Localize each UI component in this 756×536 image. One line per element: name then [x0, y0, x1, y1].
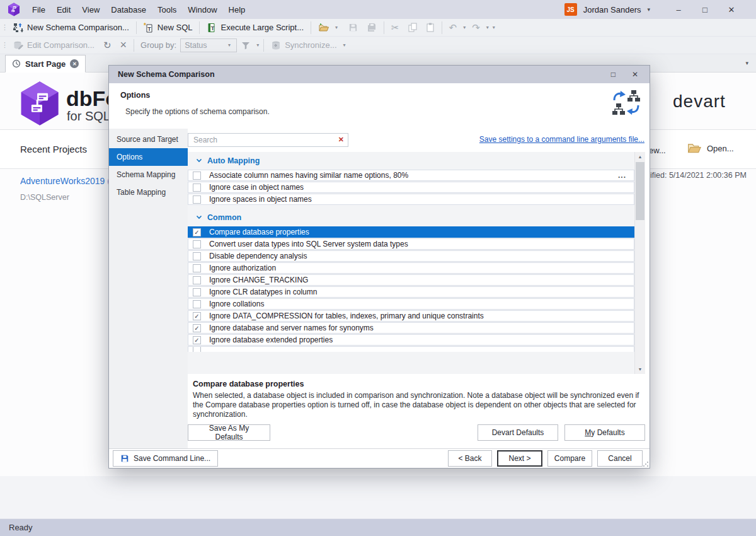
user-avatar[interactable]: JS	[564, 3, 577, 16]
recent-project-link[interactable]: AdventureWorks2019 (	[20, 176, 108, 186]
user-menu-caret-icon[interactable]: ▾	[647, 6, 650, 13]
checkbox[interactable]: ✓	[193, 228, 201, 236]
save-settings-link[interactable]: Save settings to a command line argument…	[479, 135, 644, 144]
save-all-button[interactable]	[362, 20, 381, 35]
scroll-down-icon[interactable]: ▼	[635, 364, 645, 374]
dialog-maximize-button[interactable]: □	[611, 70, 616, 79]
nav-schema-mapping[interactable]: Schema Mapping	[109, 166, 188, 184]
checkbox[interactable]	[193, 184, 201, 192]
toolbar-overflow-caret-icon[interactable]: ▾	[491, 25, 497, 30]
option-row-compare-database-properties[interactable]: ✓Compare database properties	[188, 226, 634, 238]
menu-database[interactable]: Database	[105, 0, 152, 19]
nav-options[interactable]: Options	[109, 148, 188, 166]
menu-edit[interactable]: Edit	[51, 0, 76, 19]
close-button[interactable]: ✕	[718, 5, 745, 15]
cut-button[interactable]: ✂	[387, 22, 404, 33]
checkbox[interactable]	[193, 252, 201, 260]
open-file-caret-icon[interactable]: ▾	[333, 25, 340, 30]
checkbox[interactable]	[193, 264, 201, 272]
schema-comparison-icon	[13, 23, 23, 33]
refresh-button[interactable]: ↻	[99, 40, 116, 51]
open-file-button[interactable]: ▾	[314, 20, 344, 35]
save-as-my-defaults-button[interactable]: Save As My Defaults	[188, 424, 270, 441]
menu-help[interactable]: Help	[223, 0, 251, 19]
scrollbar-thumb[interactable]	[636, 162, 644, 220]
toolbar-grip[interactable]: ⋮	[0, 41, 9, 49]
option-row-ignore-spaces-in-object-names[interactable]: Ignore spaces in object names	[188, 194, 634, 205]
new-sql-button[interactable]: T * New SQL	[139, 20, 197, 35]
menu-view[interactable]: View	[76, 0, 105, 19]
checkbox[interactable]: ✓	[193, 324, 201, 332]
option-row-ignore-data-compression-for-tables-index[interactable]: ✓Ignore DATA_COMPRESSION for tables, ind…	[188, 310, 634, 322]
back-button[interactable]: < Back	[448, 450, 492, 467]
tab-overflow-caret-icon[interactable]: ▾	[745, 60, 748, 66]
search-input[interactable]	[188, 133, 348, 147]
section-header-common[interactable]: Common	[188, 209, 645, 226]
dialog-resize-grip[interactable]	[643, 461, 649, 467]
option-row-ignore-database-extended-properties[interactable]: ✓Ignore database extended properties	[188, 334, 634, 346]
save-command-line-button[interactable]: Save Command Line...	[113, 450, 218, 467]
menu-file[interactable]: File	[26, 0, 51, 19]
dialog-title-bar[interactable]: New Schema Comparison □ ✕	[109, 66, 650, 83]
compare-button[interactable]: Compare	[547, 450, 592, 467]
toolbar-grip[interactable]: ⋮	[0, 23, 9, 32]
checkbox[interactable]	[193, 288, 201, 296]
tab-close-icon[interactable]: ✕	[70, 59, 79, 68]
new-project-link[interactable]: ew...	[649, 146, 666, 155]
nav-source-and-target[interactable]: Source and Target	[109, 131, 188, 148]
option-row-convert-user-data-types-into-sql-server-[interactable]: Convert user data types into SQL Server …	[188, 238, 634, 250]
dialog-close-button[interactable]: ✕	[632, 70, 638, 79]
filter-caret-icon[interactable]: ▾	[255, 42, 261, 48]
option-row-ignore-collations[interactable]: Ignore collations	[188, 298, 634, 310]
checkbox[interactable]	[193, 172, 201, 180]
open-project-link[interactable]: Open...	[687, 142, 734, 154]
undo-caret-icon[interactable]: ▾	[461, 25, 467, 30]
checkbox[interactable]	[193, 300, 201, 308]
paste-button[interactable]	[421, 20, 439, 35]
options-scrollbar[interactable]: ▲ ▼	[634, 152, 645, 374]
next-button[interactable]: Next >	[497, 450, 542, 467]
redo-caret-icon[interactable]: ▾	[484, 25, 491, 30]
option-label: Ignore case in object names	[209, 183, 304, 192]
filter-button[interactable]	[237, 38, 255, 53]
new-schema-comparison-button[interactable]: New Schema Comparison...	[9, 20, 134, 35]
undo-button[interactable]: ↶	[445, 22, 462, 33]
nav-table-mapping[interactable]: Table Mapping	[109, 184, 188, 201]
option-row-associate-column-names-having-similar-na[interactable]: Associate column names having similar na…	[188, 170, 634, 181]
option-row-ignore-change-tracking[interactable]: Ignore CHANGE_TRACKING	[188, 274, 634, 286]
checkbox[interactable]	[193, 276, 201, 284]
copy-button[interactable]	[404, 20, 421, 35]
row-more-button[interactable]: ...	[618, 171, 626, 180]
menu-tools[interactable]: Tools	[152, 0, 182, 19]
save-command-line-icon	[120, 454, 129, 463]
user-name[interactable]: Jordan Sanders	[583, 5, 641, 15]
search-clear-icon[interactable]: ✕	[338, 136, 344, 144]
stop-button[interactable]: ×	[116, 38, 132, 52]
section-header-auto-mapping[interactable]: Auto Mapping	[188, 152, 645, 169]
synchronize-button[interactable]: Synchronize...	[266, 38, 341, 53]
option-row-disable-dependency-analysis[interactable]: Disable dependency analysis	[188, 250, 634, 262]
minimize-button[interactable]: –	[665, 5, 692, 15]
option-row-ignore-authorization[interactable]: Ignore authorization	[188, 262, 634, 274]
checkbox[interactable]	[193, 240, 201, 248]
my-defaults-button[interactable]: My Defaults	[564, 424, 645, 441]
option-row-ignore-clr-datatypes-in-column[interactable]: Ignore CLR datatypes in column	[188, 286, 634, 298]
cancel-button[interactable]: Cancel	[597, 450, 643, 467]
scroll-up-icon[interactable]: ▲	[635, 152, 645, 161]
edit-comparison-button[interactable]: Edit Comparison...	[9, 38, 99, 53]
option-row-ignore-database-and-server-names-for-syn[interactable]: ✓Ignore database and server names for sy…	[188, 322, 634, 334]
maximize-button[interactable]: □	[692, 5, 718, 15]
devart-defaults-button[interactable]: Devart Defaults	[478, 424, 558, 441]
checkbox[interactable]	[193, 195, 201, 204]
tab-start-page[interactable]: Start Page ✕	[5, 55, 86, 73]
group-by-select[interactable]: Status ▾	[180, 38, 237, 52]
option-row-ignore-case-in-object-names[interactable]: Ignore case in object names	[188, 182, 634, 193]
checkbox[interactable]: ✓	[193, 336, 201, 344]
synchronize-caret-icon[interactable]: ▾	[341, 42, 348, 48]
save-button[interactable]	[344, 20, 362, 35]
checkbox[interactable]: ✓	[193, 312, 201, 320]
redo-button[interactable]: ↷	[467, 22, 484, 33]
execute-script-icon: T	[207, 23, 217, 33]
execute-large-script-button[interactable]: T Execute Large Script...	[202, 20, 308, 35]
menu-window[interactable]: Window	[182, 0, 222, 19]
